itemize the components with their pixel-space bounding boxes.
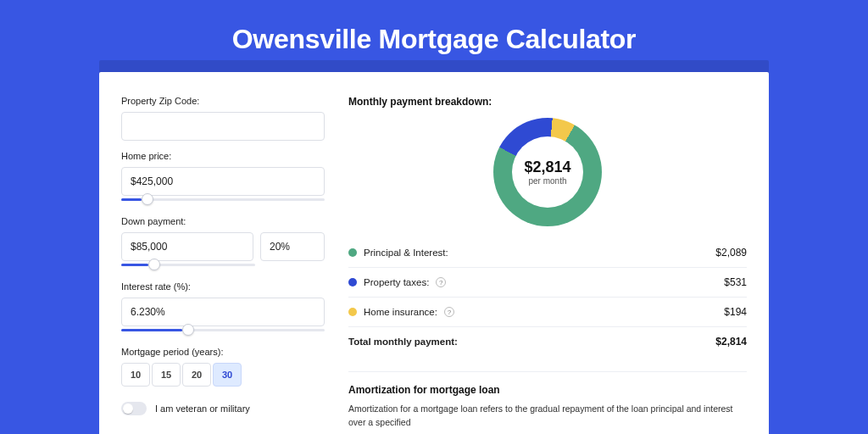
breakdown-label: Home insurance: [364,307,437,317]
zip-label: Property Zip Code: [121,96,325,106]
mortgage-period-group: 10152030 [121,363,325,387]
form-column: Property Zip Code: Home price: Down paym… [121,96,325,430]
period-button-10[interactable]: 10 [121,363,150,387]
total-label: Total monthly payment: [348,337,458,347]
home-price-label: Home price: [121,151,325,161]
veteran-toggle[interactable] [121,402,147,415]
down-payment-label: Down payment: [121,216,325,226]
amortization-header: Amortization for mortgage loan [348,384,747,396]
mortgage-period-label: Mortgage period (years): [121,347,325,357]
legend-dot [348,248,357,257]
period-button-30[interactable]: 30 [213,363,242,387]
legend-dot [348,278,357,287]
period-button-20[interactable]: 20 [182,363,211,387]
donut-amount: $2,814 [524,159,570,176]
breakdown-header: Monthly payment breakdown: [348,96,747,108]
breakdown-value: $194 [724,306,747,318]
donut-subtext: per month [528,176,566,186]
help-icon[interactable]: ? [444,307,454,317]
help-icon[interactable]: ? [436,277,446,287]
breakdown-label: Principal & Interest: [364,248,448,258]
down-payment-input[interactable] [121,232,253,261]
interest-rate-slider[interactable] [121,325,325,337]
home-price-slider[interactable] [121,194,325,206]
breakdown-row: Property taxes:?$531 [348,267,747,297]
interest-rate-label: Interest rate (%): [121,281,325,292]
down-payment-pct-input[interactable] [260,232,325,261]
home-price-input[interactable] [121,167,325,196]
amortization-body: Amortization for a mortgage loan refers … [348,403,747,430]
breakdown-label: Property taxes: [364,277,429,287]
down-payment-slider[interactable] [121,259,255,271]
breakdown-row: Principal & Interest:$2,089 [348,238,747,267]
breakdown-value: $531 [724,276,747,288]
payment-donut-chart: $2,814 per month [493,118,602,226]
zip-input[interactable] [121,112,325,141]
page-title: Owensville Mortgage Calculator [0,0,868,72]
period-button-15[interactable]: 15 [152,363,181,387]
results-column: Monthly payment breakdown: $2,814 per mo… [348,96,747,430]
breakdown-value: $2,089 [715,247,747,259]
interest-rate-input[interactable] [121,298,325,326]
legend-dot [348,308,357,316]
veteran-label: I am veteran or military [155,403,250,414]
calculator-card: Property Zip Code: Home price: Down paym… [99,72,769,434]
breakdown-row: Home insurance:?$194 [348,297,747,326]
total-value: $2,814 [715,336,747,348]
